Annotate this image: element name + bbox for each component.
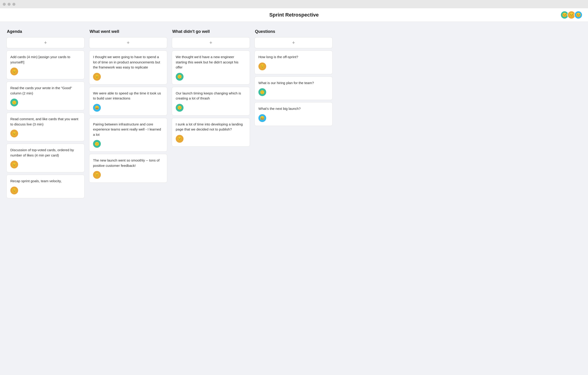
header-avatars: 😊😊😊	[560, 11, 582, 19]
card-didnt-go-well-1: Our launch timing keeps changing which i…	[172, 87, 250, 116]
card-avatar-questions-1: 🙂	[258, 88, 266, 96]
card-avatar-went-well-1: 😄	[93, 104, 101, 112]
column-header-went-well: What went well	[89, 29, 167, 34]
card-agenda-2: Read comment, and like cards that you wa…	[6, 113, 84, 141]
card-agenda-4: Recap sprint goals, team velocity,😊	[6, 175, 84, 198]
card-didnt-go-well-0: We thought we'd have a new engineer star…	[172, 51, 250, 85]
column-header-questions: Questions	[254, 29, 333, 34]
card-avatar-agenda-1: 🙂	[10, 99, 18, 106]
card-text-went-well-2: Pairing between infrastructure and core …	[93, 122, 163, 137]
card-questions-2: What's the next big launch?😄	[254, 102, 333, 126]
card-avatar-went-well-0: 😊	[93, 73, 101, 81]
card-avatar-questions-0: 😊	[258, 63, 266, 70]
page-title: Sprint Retrospective	[269, 12, 319, 18]
card-avatar-agenda-2: 😊	[10, 129, 18, 137]
add-card-button-didnt-go-well[interactable]: +	[172, 37, 250, 48]
traffic-light-red[interactable]	[3, 3, 6, 6]
header-avatar-2: 😊	[574, 11, 582, 19]
card-avatar-didnt-go-well-2: 😊	[176, 135, 184, 143]
card-text-went-well-1: We were able to speed up the time it too…	[93, 91, 163, 101]
traffic-light-green[interactable]	[12, 3, 15, 6]
column-questions: Questions+How long is the off-sprint?😊Wh…	[254, 29, 333, 201]
card-went-well-1: We were able to speed up the time it too…	[89, 87, 167, 116]
app-header: Sprint Retrospective 😊😊😊	[0, 8, 588, 22]
card-avatar-agenda-3: 😊	[10, 161, 18, 168]
card-text-didnt-go-well-0: We thought we'd have a new engineer star…	[176, 54, 246, 70]
card-text-questions-2: What's the next big launch?	[258, 106, 329, 111]
add-card-button-agenda[interactable]: +	[6, 37, 84, 48]
card-agenda-1: Read the cards your wrote in the "Good" …	[6, 82, 84, 110]
card-text-questions-0: How long is the off-sprint?	[258, 54, 329, 60]
card-text-didnt-go-well-2: I sunk a lot of time into developing a l…	[176, 122, 246, 132]
column-went-well: What went well+I thought we were going t…	[89, 29, 167, 201]
card-text-went-well-0: I thought we were going to have to spend…	[93, 54, 163, 70]
card-avatar-went-well-2: 🙂	[93, 140, 101, 148]
column-header-agenda: Agenda	[6, 29, 84, 34]
card-questions-1: What is our hiring plan for the team?🙂	[254, 76, 333, 100]
card-agenda-0: Add cards (4 min) [assign your cards to …	[6, 51, 84, 79]
card-agenda-3: Discussion of top-voted cards, ordered b…	[6, 144, 84, 172]
card-went-well-3: The new launch went so smoothly -- tons …	[89, 154, 167, 183]
column-agenda: Agenda+Add cards (4 min) [assign your ca…	[6, 29, 84, 201]
column-header-didnt-go-well: What didn't go well	[172, 29, 250, 34]
card-text-went-well-3: The new launch went so smoothly -- tons …	[93, 158, 163, 168]
add-card-button-went-well[interactable]: +	[89, 37, 167, 48]
card-avatar-didnt-go-well-1: 🙂	[176, 104, 184, 112]
card-didnt-go-well-2: I sunk a lot of time into developing a l…	[172, 118, 250, 147]
card-text-didnt-go-well-1: Our launch timing keeps changing which i…	[176, 91, 246, 101]
card-text-agenda-1: Read the cards your wrote in the "Good" …	[10, 86, 81, 96]
title-bar	[0, 0, 588, 8]
card-avatar-didnt-go-well-0: 🙂	[176, 73, 184, 81]
card-avatar-went-well-3: 😊	[93, 171, 101, 179]
card-text-agenda-2: Read comment, and like cards that you wa…	[10, 117, 81, 127]
board: Agenda+Add cards (4 min) [assign your ca…	[0, 22, 588, 208]
traffic-light-yellow[interactable]	[8, 3, 10, 6]
card-text-agenda-0: Add cards (4 min) [assign your cards to …	[10, 54, 81, 65]
card-text-questions-1: What is our hiring plan for the team?	[258, 80, 329, 86]
card-went-well-2: Pairing between infrastructure and core …	[89, 118, 167, 152]
card-avatar-agenda-0: 😊	[10, 68, 18, 75]
card-text-agenda-3: Discussion of top-voted cards, ordered b…	[10, 148, 81, 158]
card-avatar-questions-2: 😄	[258, 114, 266, 122]
card-went-well-0: I thought we were going to have to spend…	[89, 51, 167, 85]
add-card-button-questions[interactable]: +	[254, 37, 333, 48]
card-text-agenda-4: Recap sprint goals, team velocity,	[10, 179, 81, 184]
column-didnt-go-well: What didn't go well+We thought we'd have…	[172, 29, 250, 201]
card-questions-0: How long is the off-sprint?😊	[254, 51, 333, 74]
card-avatar-agenda-4: 😊	[10, 187, 18, 194]
